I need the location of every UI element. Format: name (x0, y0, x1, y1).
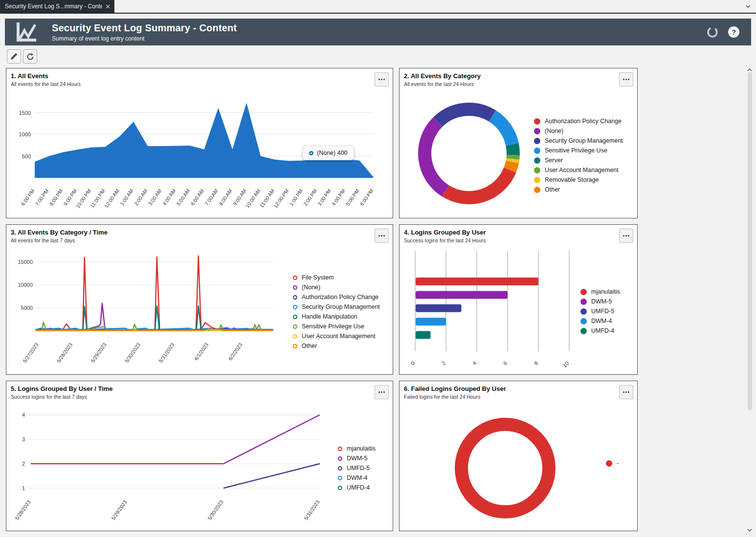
panel-events-by-category-time: 500010000150005/27/20235/28/20235/29/202… (6, 224, 393, 375)
series-marker-icon (580, 328, 587, 334)
tab-close-icon[interactable]: ✕ (105, 3, 111, 10)
panel-menu-button[interactable] (375, 72, 389, 86)
refresh-button[interactable] (23, 49, 37, 64)
svg-text:6:00 PM: 6:00 PM (20, 188, 35, 207)
legend-label: DWM-5 (347, 455, 367, 462)
panel-title: 6. Failed Logins Grouped By User (404, 385, 506, 392)
loading-spinner-icon (707, 26, 718, 38)
legend-item: Sensitive Privilege Use (534, 146, 623, 155)
svg-text:4:00 AM: 4:00 AM (161, 188, 177, 206)
legend-label: Other (545, 186, 560, 193)
svg-text:1500: 1500 (19, 110, 31, 116)
panel-title: 2. All Events By Category (404, 72, 481, 80)
legend-label: Handle Manipulation (302, 313, 357, 320)
svg-text:8:00 AM: 8:00 AM (218, 188, 233, 206)
legend-item: UMFD-4 (338, 483, 376, 493)
svg-text:4: 4 (22, 412, 25, 418)
failed-logins-donut-chart (400, 381, 637, 531)
window-tab[interactable]: Security Event Log S...mmary - Content ✕ (0, 0, 114, 13)
legend-label: Other (302, 343, 317, 349)
panel-subtitle: All events for the last 24 Hours (404, 81, 481, 87)
series-marker-icon (534, 138, 540, 144)
legend-label: DWM-4 (591, 318, 612, 324)
panel-subtitle: All events for the last 7 days (11, 237, 108, 243)
legend-label: Removable Storage (545, 176, 599, 183)
legend-label: mjanulaitis (591, 288, 620, 295)
panel-subtitle: Success logins for the last 7 days (11, 394, 113, 400)
series-marker-icon (293, 344, 297, 348)
legend-item: UMFD-4 (580, 326, 620, 336)
panel-logins-by-user-time: 12345/28/20235/29/20235/30/20235/31/2023… (6, 381, 393, 531)
scrollbar-thumb[interactable] (748, 72, 752, 410)
scroll-down-icon[interactable] (746, 526, 754, 534)
vertical-scrollbar[interactable] (745, 65, 755, 537)
legend-label: UMFD-5 (347, 465, 370, 472)
legend-label: Authorization Policy Change (545, 118, 622, 125)
toolbar (7, 49, 37, 64)
panel-menu-button[interactable] (375, 229, 389, 243)
series-marker-icon (309, 151, 313, 155)
svg-text:5/30/2023: 5/30/2023 (206, 499, 224, 521)
panel-subtitle: All events for the last 24 Hours (11, 81, 81, 87)
svg-text:1:00 AM: 1:00 AM (119, 188, 134, 206)
legend-label: DWM-4 (347, 474, 367, 481)
series-marker-icon (534, 128, 540, 134)
legend-label: UMFD-4 (347, 484, 370, 491)
page-title: Security Event Log Summary - Content (52, 22, 237, 34)
series-marker-icon (534, 148, 540, 154)
app-window: Security Event Log S...mmary - Content ✕… (0, 0, 756, 537)
svg-text:5/29/2023: 5/29/2023 (110, 499, 128, 521)
legend-item: (None) (534, 126, 623, 136)
help-icon[interactable]: ? (728, 26, 739, 38)
series-marker-icon (580, 308, 587, 315)
legend-item: Removable Storage (534, 175, 623, 185)
svg-text:5000: 5000 (21, 305, 33, 311)
panel-menu-button[interactable] (619, 385, 633, 399)
panel-subtitle: Success logins for the last 24 Hours (404, 237, 486, 243)
logins-by-user-time-line-chart: 12345/28/20235/29/20235/30/20235/31/2023 (6, 381, 393, 531)
legend-label: - (617, 460, 619, 467)
panel-title: 4. Logins Grouped By User (404, 229, 486, 236)
panel-failed-logins-by-user: 6. Failed Logins Grouped By User Failed … (399, 381, 638, 531)
legend-item: - (606, 458, 619, 468)
svg-text:6:00 PM: 6:00 PM (358, 188, 374, 207)
legend-label: Server (545, 157, 563, 164)
legend-item: DWM-4 (338, 473, 376, 483)
series-marker-icon (338, 456, 342, 461)
svg-text:7:00 AM: 7:00 AM (203, 188, 219, 206)
svg-text:6:00 AM: 6:00 AM (189, 188, 205, 206)
svg-text:2: 2 (441, 360, 447, 366)
legend-item: Authorization Policy Change (293, 292, 380, 302)
legend-item: mjanulaitis (338, 444, 376, 453)
svg-text:8: 8 (533, 360, 539, 366)
svg-text:5/29/2023: 5/29/2023 (89, 342, 108, 364)
panel-menu-button[interactable] (619, 72, 633, 86)
series-marker-icon (293, 305, 297, 309)
legend-item: Handle Manipulation (293, 312, 380, 322)
series-marker-icon (580, 318, 587, 324)
line-chart-icon (12, 21, 39, 43)
series-marker-icon (534, 157, 540, 164)
edit-button[interactable] (7, 49, 21, 64)
refresh-icon (26, 52, 35, 61)
chart-legend: - (606, 458, 619, 468)
panel-events-by-category: 2. All Events By Category All events for… (399, 68, 638, 218)
svg-text:10000: 10000 (18, 282, 33, 288)
legend-item: UMFD-5 (580, 306, 620, 316)
tab-strip: Security Event Log S...mmary - Content ✕ (0, 0, 756, 13)
svg-text:2:00 AM: 2:00 AM (133, 188, 149, 206)
panel-menu-button[interactable] (375, 385, 389, 399)
series-marker-icon (293, 276, 297, 280)
series-marker-icon (293, 295, 297, 300)
page-subtitle: Summary of event log entry content (52, 35, 237, 42)
legend-label: UMFD-4 (591, 327, 614, 334)
panel-menu-button[interactable] (619, 229, 633, 243)
legend-item: Server (534, 155, 623, 165)
legend-item: Other (293, 341, 380, 351)
series-marker-icon (338, 447, 342, 451)
svg-text:1: 1 (22, 485, 25, 491)
chevron-down-icon[interactable] (744, 2, 752, 10)
svg-text:5/28/2023: 5/28/2023 (56, 342, 74, 364)
chart-legend: Authorization Policy Change(None)Securit… (534, 116, 623, 194)
legend-label: UMFD-5 (591, 308, 614, 315)
